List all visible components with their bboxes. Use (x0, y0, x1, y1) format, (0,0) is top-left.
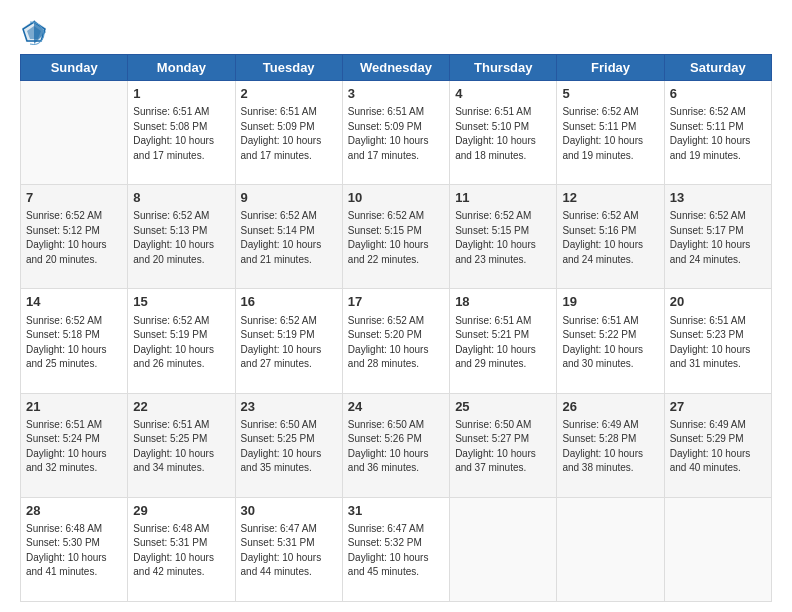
day-number: 29 (133, 502, 229, 520)
day-number: 24 (348, 398, 444, 416)
day-header-thursday: Thursday (450, 55, 557, 81)
day-info: Sunrise: 6:51 AM Sunset: 5:21 PM Dayligh… (455, 314, 551, 372)
day-header-friday: Friday (557, 55, 664, 81)
calendar-table: SundayMondayTuesdayWednesdayThursdayFrid… (20, 54, 772, 602)
logo-icon (20, 18, 48, 46)
calendar-cell (21, 81, 128, 185)
calendar-cell: 12Sunrise: 6:52 AM Sunset: 5:16 PM Dayli… (557, 185, 664, 289)
day-number: 19 (562, 293, 658, 311)
day-number: 31 (348, 502, 444, 520)
calendar-cell (557, 497, 664, 601)
calendar-week-row: 14Sunrise: 6:52 AM Sunset: 5:18 PM Dayli… (21, 289, 772, 393)
day-info: Sunrise: 6:47 AM Sunset: 5:32 PM Dayligh… (348, 522, 444, 580)
day-info: Sunrise: 6:51 AM Sunset: 5:25 PM Dayligh… (133, 418, 229, 476)
calendar-week-row: 7Sunrise: 6:52 AM Sunset: 5:12 PM Daylig… (21, 185, 772, 289)
day-info: Sunrise: 6:52 AM Sunset: 5:20 PM Dayligh… (348, 314, 444, 372)
day-number: 3 (348, 85, 444, 103)
day-number: 15 (133, 293, 229, 311)
day-info: Sunrise: 6:47 AM Sunset: 5:31 PM Dayligh… (241, 522, 337, 580)
page: SundayMondayTuesdayWednesdayThursdayFrid… (0, 0, 792, 612)
calendar-cell: 24Sunrise: 6:50 AM Sunset: 5:26 PM Dayli… (342, 393, 449, 497)
day-info: Sunrise: 6:52 AM Sunset: 5:19 PM Dayligh… (133, 314, 229, 372)
day-number: 20 (670, 293, 766, 311)
calendar-cell: 13Sunrise: 6:52 AM Sunset: 5:17 PM Dayli… (664, 185, 771, 289)
calendar-cell: 21Sunrise: 6:51 AM Sunset: 5:24 PM Dayli… (21, 393, 128, 497)
calendar-cell: 25Sunrise: 6:50 AM Sunset: 5:27 PM Dayli… (450, 393, 557, 497)
day-number: 30 (241, 502, 337, 520)
day-number: 6 (670, 85, 766, 103)
day-number: 13 (670, 189, 766, 207)
day-number: 5 (562, 85, 658, 103)
day-info: Sunrise: 6:52 AM Sunset: 5:11 PM Dayligh… (670, 105, 766, 163)
calendar-cell: 4Sunrise: 6:51 AM Sunset: 5:10 PM Daylig… (450, 81, 557, 185)
day-number: 4 (455, 85, 551, 103)
calendar-cell: 16Sunrise: 6:52 AM Sunset: 5:19 PM Dayli… (235, 289, 342, 393)
day-number: 1 (133, 85, 229, 103)
day-info: Sunrise: 6:52 AM Sunset: 5:12 PM Dayligh… (26, 209, 122, 267)
day-header-monday: Monday (128, 55, 235, 81)
calendar-cell: 11Sunrise: 6:52 AM Sunset: 5:15 PM Dayli… (450, 185, 557, 289)
day-info: Sunrise: 6:51 AM Sunset: 5:10 PM Dayligh… (455, 105, 551, 163)
calendar-cell: 31Sunrise: 6:47 AM Sunset: 5:32 PM Dayli… (342, 497, 449, 601)
day-info: Sunrise: 6:51 AM Sunset: 5:24 PM Dayligh… (26, 418, 122, 476)
calendar-cell: 15Sunrise: 6:52 AM Sunset: 5:19 PM Dayli… (128, 289, 235, 393)
calendar-cell: 28Sunrise: 6:48 AM Sunset: 5:30 PM Dayli… (21, 497, 128, 601)
day-info: Sunrise: 6:48 AM Sunset: 5:30 PM Dayligh… (26, 522, 122, 580)
logo (20, 16, 50, 44)
calendar-cell: 29Sunrise: 6:48 AM Sunset: 5:31 PM Dayli… (128, 497, 235, 601)
day-info: Sunrise: 6:51 AM Sunset: 5:23 PM Dayligh… (670, 314, 766, 372)
day-info: Sunrise: 6:52 AM Sunset: 5:18 PM Dayligh… (26, 314, 122, 372)
day-header-tuesday: Tuesday (235, 55, 342, 81)
day-info: Sunrise: 6:51 AM Sunset: 5:09 PM Dayligh… (241, 105, 337, 163)
day-number: 9 (241, 189, 337, 207)
day-info: Sunrise: 6:48 AM Sunset: 5:31 PM Dayligh… (133, 522, 229, 580)
day-number: 11 (455, 189, 551, 207)
calendar-cell: 20Sunrise: 6:51 AM Sunset: 5:23 PM Dayli… (664, 289, 771, 393)
day-number: 26 (562, 398, 658, 416)
day-number: 16 (241, 293, 337, 311)
day-number: 25 (455, 398, 551, 416)
calendar-cell (664, 497, 771, 601)
calendar-cell: 22Sunrise: 6:51 AM Sunset: 5:25 PM Dayli… (128, 393, 235, 497)
calendar-cell: 26Sunrise: 6:49 AM Sunset: 5:28 PM Dayli… (557, 393, 664, 497)
day-number: 27 (670, 398, 766, 416)
calendar-cell: 9Sunrise: 6:52 AM Sunset: 5:14 PM Daylig… (235, 185, 342, 289)
day-info: Sunrise: 6:50 AM Sunset: 5:26 PM Dayligh… (348, 418, 444, 476)
day-number: 18 (455, 293, 551, 311)
calendar-cell: 19Sunrise: 6:51 AM Sunset: 5:22 PM Dayli… (557, 289, 664, 393)
calendar-cell: 8Sunrise: 6:52 AM Sunset: 5:13 PM Daylig… (128, 185, 235, 289)
calendar-cell: 17Sunrise: 6:52 AM Sunset: 5:20 PM Dayli… (342, 289, 449, 393)
day-number: 12 (562, 189, 658, 207)
day-number: 17 (348, 293, 444, 311)
day-header-saturday: Saturday (664, 55, 771, 81)
calendar-cell: 14Sunrise: 6:52 AM Sunset: 5:18 PM Dayli… (21, 289, 128, 393)
day-info: Sunrise: 6:49 AM Sunset: 5:29 PM Dayligh… (670, 418, 766, 476)
day-number: 7 (26, 189, 122, 207)
calendar-cell (450, 497, 557, 601)
day-info: Sunrise: 6:52 AM Sunset: 5:16 PM Dayligh… (562, 209, 658, 267)
day-info: Sunrise: 6:50 AM Sunset: 5:25 PM Dayligh… (241, 418, 337, 476)
day-info: Sunrise: 6:52 AM Sunset: 5:14 PM Dayligh… (241, 209, 337, 267)
calendar-cell: 5Sunrise: 6:52 AM Sunset: 5:11 PM Daylig… (557, 81, 664, 185)
day-info: Sunrise: 6:52 AM Sunset: 5:13 PM Dayligh… (133, 209, 229, 267)
day-info: Sunrise: 6:49 AM Sunset: 5:28 PM Dayligh… (562, 418, 658, 476)
calendar-cell: 18Sunrise: 6:51 AM Sunset: 5:21 PM Dayli… (450, 289, 557, 393)
day-number: 21 (26, 398, 122, 416)
header (20, 16, 772, 44)
calendar-cell: 7Sunrise: 6:52 AM Sunset: 5:12 PM Daylig… (21, 185, 128, 289)
day-info: Sunrise: 6:52 AM Sunset: 5:15 PM Dayligh… (455, 209, 551, 267)
day-number: 14 (26, 293, 122, 311)
day-number: 2 (241, 85, 337, 103)
day-info: Sunrise: 6:51 AM Sunset: 5:09 PM Dayligh… (348, 105, 444, 163)
calendar-cell: 23Sunrise: 6:50 AM Sunset: 5:25 PM Dayli… (235, 393, 342, 497)
day-info: Sunrise: 6:51 AM Sunset: 5:22 PM Dayligh… (562, 314, 658, 372)
calendar-cell: 1Sunrise: 6:51 AM Sunset: 5:08 PM Daylig… (128, 81, 235, 185)
calendar-cell: 2Sunrise: 6:51 AM Sunset: 5:09 PM Daylig… (235, 81, 342, 185)
day-header-sunday: Sunday (21, 55, 128, 81)
day-info: Sunrise: 6:52 AM Sunset: 5:17 PM Dayligh… (670, 209, 766, 267)
day-header-wednesday: Wednesday (342, 55, 449, 81)
day-info: Sunrise: 6:51 AM Sunset: 5:08 PM Dayligh… (133, 105, 229, 163)
day-number: 10 (348, 189, 444, 207)
calendar-cell: 3Sunrise: 6:51 AM Sunset: 5:09 PM Daylig… (342, 81, 449, 185)
calendar-cell: 10Sunrise: 6:52 AM Sunset: 5:15 PM Dayli… (342, 185, 449, 289)
